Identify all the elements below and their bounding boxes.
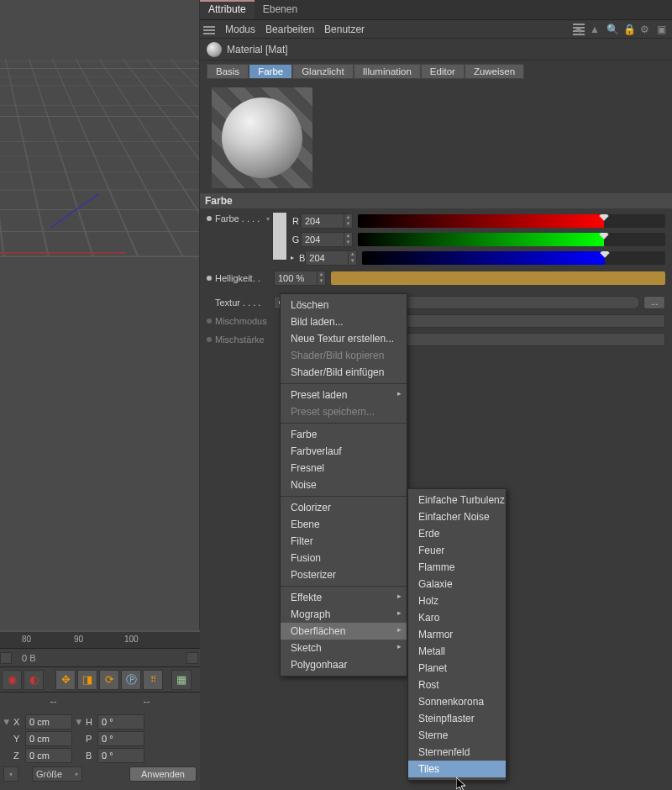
rot-p-input[interactable] (97, 731, 144, 746)
gear-icon[interactable]: ⚙ (640, 24, 652, 35)
texture-label: Textur . . . . (215, 298, 274, 308)
axis-x-label: X (13, 717, 22, 727)
pos-y-input[interactable] (25, 731, 72, 746)
menu-item[interactable]: Löschen (281, 297, 407, 313)
submenu-item[interactable]: Feuer (408, 542, 506, 559)
channel-tab-farbe[interactable]: Farbe (249, 64, 292, 79)
submenu-item[interactable]: Einfacher Noise (408, 508, 506, 525)
submenu-item[interactable]: Galaxie (408, 576, 506, 592)
menu-item[interactable]: Fresnel (281, 460, 407, 477)
submenu-item[interactable]: Planet (408, 660, 506, 677)
timeline-ruler[interactable]: 80 90 100 (0, 632, 200, 649)
rot-h-input[interactable] (97, 714, 144, 729)
r-input[interactable] (301, 213, 344, 229)
menu-item[interactable]: Shader/Bild einfügen (281, 364, 407, 381)
menu-item[interactable]: Farbe (281, 423, 407, 443)
submenu-item[interactable]: Sonnenkorona (408, 693, 506, 710)
frame-start-knob[interactable] (0, 652, 12, 664)
r-slider[interactable] (358, 214, 665, 228)
menu-item[interactable]: Bild laden... (281, 313, 407, 330)
pos-x-input[interactable] (25, 714, 72, 729)
record-button[interactable]: ◉ (2, 670, 22, 690)
toolbar: ◉ ◐ ✥ ◨ ⟳ Ⓟ ⠿ ▦ (0, 667, 200, 693)
b-spinner[interactable]: ▲▼ (305, 250, 357, 266)
g-spinner[interactable]: ▲▼ (301, 232, 353, 247)
tab-layers[interactable]: Ebenen (255, 0, 306, 19)
g-input[interactable] (301, 232, 344, 247)
b-slider[interactable] (362, 251, 665, 265)
channel-tab-glanzlicht[interactable]: Glanzlicht (292, 64, 354, 79)
submenu-item[interactable]: Rost (408, 677, 506, 693)
search-icon[interactable]: 🔍 (606, 24, 618, 35)
key-options-button[interactable]: ◐ (24, 670, 44, 690)
g-slider[interactable] (358, 233, 665, 246)
menu-item[interactable]: Fusion (281, 550, 407, 566)
up-icon[interactable]: ▲ (590, 24, 601, 35)
menu-item[interactable]: Preset laden (281, 383, 407, 403)
menu-item[interactable]: Posterizer (281, 566, 407, 583)
submenu-item[interactable]: Steinpflaster (408, 710, 506, 727)
apply-button[interactable]: Anwenden (129, 766, 197, 782)
brightness-slider[interactable] (331, 271, 665, 285)
rot-p-label: P (86, 734, 94, 744)
menu-item[interactable]: Effekte (281, 586, 407, 606)
channel-tabs: BasisFarbeGlanzlichtIlluminationEditorZu… (200, 61, 672, 82)
menu-item[interactable]: Sketch (281, 640, 407, 656)
r-spinner[interactable]: ▲▼ (301, 213, 353, 229)
brightness-spinner[interactable]: ▲▼ (274, 271, 326, 286)
rot-b-input[interactable] (97, 748, 144, 763)
grip-icon (203, 24, 215, 34)
tab-attribute[interactable]: Attribute (200, 0, 255, 19)
color-mode-arrow-icon[interactable]: ▸ (291, 254, 294, 261)
channel-r-label: R (291, 216, 301, 226)
pla-tool-button[interactable]: ⠿ (143, 670, 163, 690)
menu-item[interactable]: Polygonhaar (281, 656, 407, 673)
submenu-item[interactable]: Karo (408, 609, 506, 626)
color-swatch[interactable] (272, 212, 287, 261)
move-tool-button[interactable]: ✥ (55, 670, 76, 690)
material-preview[interactable] (212, 87, 312, 188)
menu-item[interactable]: Farbverlauf (281, 443, 407, 460)
rot-h-label: H (86, 717, 94, 727)
texture-browse-button[interactable]: ... (643, 296, 665, 309)
channel-tab-editor[interactable]: Editor (421, 64, 465, 79)
submenu-item[interactable]: Metall (408, 643, 506, 660)
channel-tab-zuweisen[interactable]: Zuweisen (465, 64, 524, 79)
timeline-layout-button[interactable]: ▦ (171, 670, 192, 690)
new-icon[interactable]: ▣ (657, 24, 669, 35)
lock-icon[interactable]: 🔒 (623, 24, 635, 35)
menu-item[interactable]: Ebene (281, 516, 407, 533)
mixstrength-label: Mischstärke (215, 334, 274, 345)
menu-item[interactable]: Mograph (281, 606, 407, 623)
channel-tab-basis[interactable]: Basis (207, 64, 249, 79)
rotate-tool-button[interactable]: ⟳ (99, 670, 119, 690)
submenu-item[interactable]: Holz (408, 592, 506, 609)
space-select[interactable] (3, 766, 18, 782)
menu-mode[interactable]: Modus (225, 24, 255, 35)
channel-tab-illumination[interactable]: Illumination (354, 64, 421, 79)
submenu-item[interactable]: Erde (408, 525, 506, 542)
submenu-item[interactable]: Sterne (408, 727, 506, 744)
submenu-item[interactable]: Sternenfeld (408, 744, 506, 761)
back-icon[interactable]: ◄ (573, 24, 585, 35)
menu-item[interactable]: Oberflächen (281, 623, 407, 640)
menu-user[interactable]: Benutzer (324, 24, 365, 35)
viewport-3d[interactable] (0, 0, 200, 630)
submenu-item[interactable]: Tiles (408, 761, 506, 777)
menu-item[interactable]: Noise (281, 477, 407, 493)
pos-z-input[interactable] (25, 748, 72, 763)
scale-tool-button[interactable]: ◨ (77, 670, 97, 690)
submenu-item[interactable]: Flamme (408, 559, 506, 576)
frame-end-knob[interactable] (186, 652, 198, 664)
b-input[interactable] (305, 250, 349, 266)
brightness-input[interactable] (274, 271, 318, 286)
size-select[interactable]: Größe (32, 766, 82, 782)
param-tool-button[interactable]: Ⓟ (121, 670, 141, 690)
disclosure-icon[interactable]: ▾ (266, 215, 272, 223)
submenu-item[interactable]: Einfache Turbulenz (408, 492, 506, 508)
menu-item[interactable]: Neue Textur erstellen... (281, 330, 407, 347)
submenu-item[interactable]: Marmor (408, 626, 506, 643)
menu-edit[interactable]: Bearbeiten (265, 24, 314, 35)
menu-item[interactable]: Filter (281, 533, 407, 550)
menu-item[interactable]: Colorizer (281, 496, 407, 516)
